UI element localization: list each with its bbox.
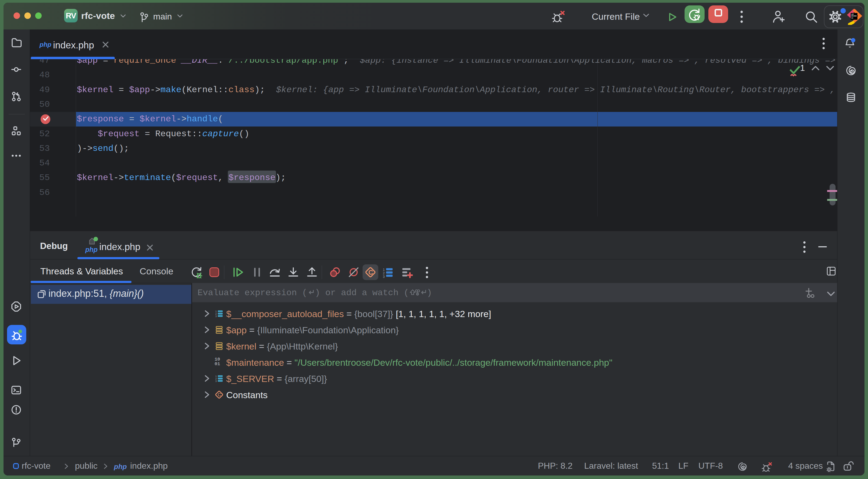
svg-text:3: 3: [215, 315, 217, 318]
svg-text:1: 1: [383, 268, 385, 272]
svg-text:BRAINS: BRAINS: [851, 15, 857, 17]
svg-text:C: C: [368, 269, 373, 276]
svg-text:C: C: [218, 392, 221, 397]
svg-text:3: 3: [383, 275, 385, 278]
svg-text:3: 3: [215, 380, 217, 382]
svg-text:2: 2: [383, 271, 385, 275]
